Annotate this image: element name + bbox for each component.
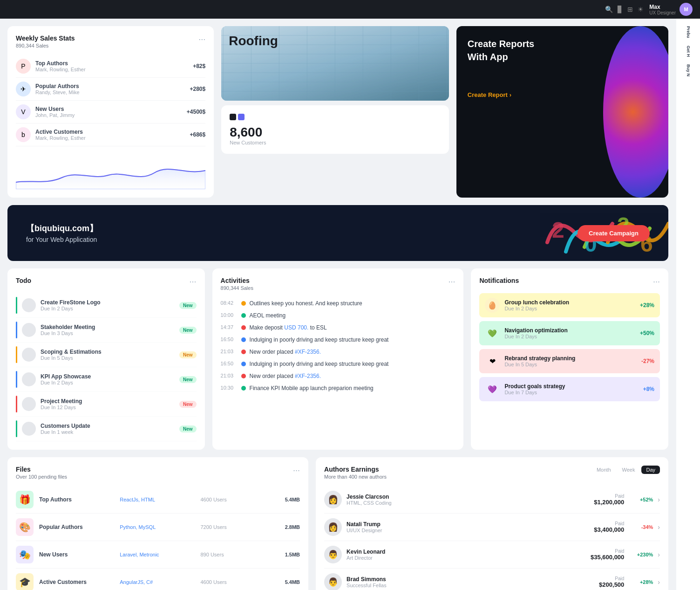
notifications-title: Notifications xyxy=(479,277,519,284)
authors-header: Authors Earnings More than 400 new autho… xyxy=(324,466,660,480)
author-arrow-1[interactable]: › xyxy=(658,523,660,531)
author-change-2: +230% xyxy=(634,552,653,557)
author-change-0: +52% xyxy=(634,497,653,502)
author-change-3: +28% xyxy=(634,579,653,585)
author-avatar-2: 👨 xyxy=(324,546,342,563)
authors-earnings-card: Authors Earnings More than 400 new autho… xyxy=(316,457,668,590)
todo-due-0: Due In 2 Days xyxy=(41,306,175,311)
activity-link-2[interactable]: USD 700. xyxy=(284,324,308,331)
authors-title: Authors Earnings xyxy=(324,466,387,473)
author-arrow-0[interactable]: › xyxy=(658,496,660,503)
files-subtitle: Over 100 pending files xyxy=(16,474,67,480)
search-icon[interactable]: 🔍 xyxy=(605,6,613,13)
file-users-3: 4600 Users xyxy=(201,579,257,585)
file-size-3: 5.4MB xyxy=(262,579,300,585)
file-users-1: 7200 Users xyxy=(201,524,257,530)
file-row-3: 🎓 Active Customers AngularJS, C# 4600 Us… xyxy=(16,569,300,590)
author-arrow-2[interactable]: › xyxy=(658,551,660,558)
notif-icon-1: 💚 xyxy=(485,326,500,341)
todo-due-1: Due In 3 Days xyxy=(41,330,175,336)
todo-badge-1: New xyxy=(179,327,197,334)
topbar-icons: 🔍 ▊ ⊞ ☀ xyxy=(605,6,644,13)
activity-3: 16:50 Indulging in poorly driving and ke… xyxy=(221,334,455,346)
activity-link-6[interactable]: #XF-2356. xyxy=(295,373,321,379)
reports-text: Create ReportsWith App Create Report › xyxy=(468,37,534,98)
todo-card: Todo ··· Create FireStone Logo Due In 2 … xyxy=(7,268,205,450)
todo-bar-3 xyxy=(16,371,17,388)
todo-due-4: Due In 12 Days xyxy=(41,405,175,410)
notifications-card: Notifications ··· 🥚 Group lunch celebrat… xyxy=(471,268,668,450)
file-name-2: New Users xyxy=(39,551,114,558)
dot-dark xyxy=(230,114,236,120)
activities-title: Activities xyxy=(221,277,253,284)
weekly-sales-card: Weekly Sales Stats 890,344 Sales ··· P T… xyxy=(7,26,214,198)
avatar[interactable]: M xyxy=(680,3,693,16)
author-row-1: 👩 Natali Trump UI/UX Designer Paid $3,40… xyxy=(324,514,660,541)
stat-name-0: Top Authors xyxy=(35,60,188,67)
todo-avatar-3 xyxy=(22,372,36,386)
notif-name-3: Product goals strategy xyxy=(504,383,638,390)
create-campaign-button[interactable]: Create Campaign xyxy=(578,225,650,241)
activity-link-4[interactable]: #XF-2356. xyxy=(295,349,321,355)
campaign-banner: 【biqubiqu.com】 for Your Web Application … xyxy=(7,205,668,261)
todo-avatar-2 xyxy=(22,348,36,362)
author-role-3: Successful Fellas xyxy=(347,583,594,588)
sidebar-item-geth[interactable]: Get H xyxy=(686,46,691,57)
activity-5: 16:50 Indulging in poorly driving and ke… xyxy=(221,358,455,370)
todo-name-4: Project Meeting xyxy=(41,398,175,405)
theme-icon[interactable]: ☀ xyxy=(638,6,644,13)
stat-value-0: +82$ xyxy=(193,63,205,69)
sidebar-item-buyn[interactable]: Buy N xyxy=(686,64,691,76)
stat-icon-2: V xyxy=(16,104,31,119)
notif-name-1: Navigation optimization xyxy=(504,327,635,334)
file-icon-2: 🎭 xyxy=(16,546,34,563)
file-row-1: 🎨 Popular Authors Python, MySQL 7200 Use… xyxy=(16,514,300,541)
todo-name-2: Scoping & Estimations xyxy=(41,349,175,355)
todo-item-5: Customers Update Due In 1 week New xyxy=(16,417,197,441)
sidebar-item-prebu[interactable]: Prebu xyxy=(686,26,691,38)
author-paid-label-2: Paid xyxy=(591,549,624,554)
create-report-link[interactable]: Create Report › xyxy=(468,91,534,98)
period-day-button[interactable]: Day xyxy=(641,466,660,474)
todo-item-1: Stakeholder Meeting Due In 3 Days New xyxy=(16,318,197,343)
customers-card: 8,600 New Customers xyxy=(221,105,449,154)
notif-name-0: Group lunch celebration xyxy=(504,299,635,306)
notif-icon-3: 💜 xyxy=(485,382,500,397)
activities-subtitle: 890,344 Sales xyxy=(221,285,253,291)
row-3: Files Over 100 pending files ··· 🎁 Top A… xyxy=(7,457,668,590)
todo-menu[interactable]: ··· xyxy=(190,277,197,287)
todo-avatar-4 xyxy=(22,397,36,411)
files-menu[interactable]: ··· xyxy=(293,466,300,475)
menu-icon[interactable]: ▊ xyxy=(618,6,623,13)
grid-icon[interactable]: ⊞ xyxy=(627,6,633,13)
period-week-button[interactable]: Week xyxy=(618,466,640,474)
file-tech-0: ReactJs, HTML xyxy=(120,497,195,502)
campaign-subtitle: for Your Web Application xyxy=(26,236,98,243)
stat-name-1: Popular Authors xyxy=(35,83,185,89)
author-paid-label-0: Paid xyxy=(594,494,624,499)
todo-title: Todo xyxy=(16,277,31,284)
notif-value-3: +8% xyxy=(643,386,654,392)
author-row-3: 👨 Brad Simmons Successful Fellas Paid $2… xyxy=(324,569,660,590)
weekly-sales-menu[interactable]: ··· xyxy=(198,34,205,44)
activity-text-5: Indulging in poorly driving and keep str… xyxy=(250,361,455,367)
notif-due-2: Due In 5 Days xyxy=(504,362,637,367)
campaign-text: 【biqubiqu.com】 for Your Web Application xyxy=(26,223,98,243)
todo-badge-5: New xyxy=(179,425,197,432)
file-tech-3: AngularJS, C# xyxy=(120,579,195,585)
file-icon-3: 🎓 xyxy=(16,573,34,590)
stat-name-2: New Users xyxy=(35,106,182,112)
activities-card: Activities 890,344 Sales ··· 08:42 Outli… xyxy=(212,268,464,450)
stat-people-2: John, Pat, Jimmy xyxy=(35,112,182,118)
todo-item-4: Project Meeting Due In 12 Days New xyxy=(16,392,197,417)
author-arrow-3[interactable]: › xyxy=(658,578,660,586)
activities-menu[interactable]: ··· xyxy=(448,277,455,287)
notifications-menu[interactable]: ··· xyxy=(653,277,660,287)
todo-bar-0 xyxy=(16,297,17,314)
period-month-button[interactable]: Month xyxy=(592,466,616,474)
files-title: Files xyxy=(16,466,67,473)
activity-dot-7 xyxy=(241,386,246,391)
row-2: Todo ··· Create FireStone Logo Due In 2 … xyxy=(7,268,668,450)
todo-item-3: KPI App Showcase Due In 2 Days New xyxy=(16,367,197,392)
activity-time-5: 16:50 xyxy=(221,361,238,366)
